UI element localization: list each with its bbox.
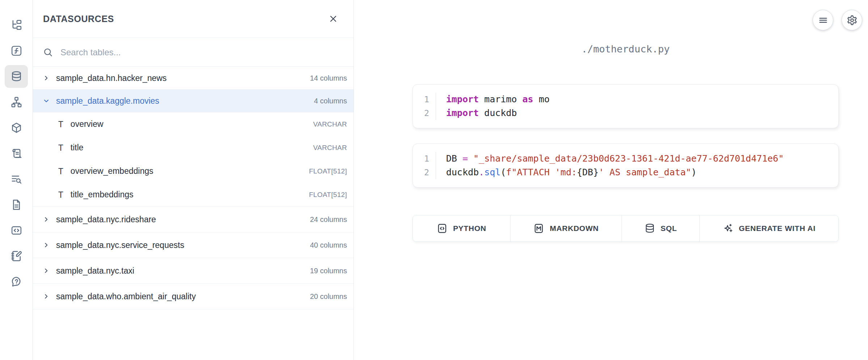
text-type-icon: T xyxy=(58,143,63,153)
table-name: sample_data.nyc.taxi xyxy=(56,266,304,276)
column-type: VARCHAR xyxy=(313,144,347,152)
table-name: sample_data.hn.hacker_news xyxy=(56,73,304,83)
tables-list: sample_data.hn.hacker_news14 columnssamp… xyxy=(33,67,353,360)
rail-item-scroll-outline[interactable] xyxy=(5,142,28,165)
icon-rail xyxy=(0,0,33,360)
table-row[interactable]: sample_data.nyc.rideshare24 columns xyxy=(33,207,353,232)
table-row[interactable]: sample_data.who.ambient_air_quality20 co… xyxy=(33,284,353,309)
chevron-right-icon xyxy=(42,267,50,275)
dependency-graph-icon xyxy=(10,96,22,108)
add-cell-generate-with-ai-button[interactable]: GENERATE WITH AI xyxy=(700,215,838,241)
column-name: overview xyxy=(71,119,306,129)
table-name: sample_data.nyc.service_requests xyxy=(56,240,304,250)
search-input[interactable] xyxy=(60,47,343,57)
code-line: 2duckdb.sql(f"ATTACH 'md:{DB}' AS sample… xyxy=(413,166,838,179)
hamburger-icon xyxy=(818,15,829,26)
search-icon xyxy=(43,47,53,57)
rail-item-dependency-graph[interactable] xyxy=(5,91,28,113)
add-cell-button-label: MARKDOWN xyxy=(550,224,598,233)
add-cell-button-label: GENERATE WITH AI xyxy=(739,224,816,233)
scratchpad-icon xyxy=(10,250,22,262)
markdown-icon xyxy=(533,223,544,234)
table-column-count: 14 columns xyxy=(310,74,347,82)
table-row[interactable]: sample_data.nyc.taxi19 columns xyxy=(33,258,353,284)
rail-item-function-square[interactable] xyxy=(5,39,28,62)
chevron-right-icon xyxy=(42,215,50,223)
function-square-icon xyxy=(10,45,22,57)
topbar-actions xyxy=(813,10,862,30)
column-row[interactable]: TtitleVARCHAR xyxy=(33,136,353,159)
column-row[interactable]: ToverviewVARCHAR xyxy=(33,112,353,136)
add-cell-sql-button[interactable]: SQL xyxy=(622,215,700,241)
column-row[interactable]: Toverview_embeddingsFLOAT[512] xyxy=(33,159,353,183)
code-text: import duckdb xyxy=(436,106,517,120)
panel-header: DATASOURCES xyxy=(33,0,353,38)
add-cell-markdown-button[interactable]: MARKDOWN xyxy=(511,215,622,241)
table-row[interactable]: sample_data.nyc.service_requests40 colum… xyxy=(33,232,353,258)
sparkles-icon xyxy=(723,223,733,234)
rail-item-database[interactable] xyxy=(5,65,28,88)
rail-item-file-tree[interactable] xyxy=(5,14,28,37)
text-type-icon: T xyxy=(58,120,63,129)
rail-item-help-chat[interactable] xyxy=(5,270,28,293)
table-column-count: 40 columns xyxy=(310,241,347,249)
rail-item-package-box[interactable] xyxy=(5,116,28,139)
cells-container: 1import marimo as mo2import duckdb1DB = … xyxy=(412,55,839,188)
rail-item-scratchpad[interactable] xyxy=(5,245,28,267)
chevron-right-icon xyxy=(42,74,50,82)
datasources-panel: DATASOURCES sample_data.hn.hacker_news14… xyxy=(33,0,354,360)
scroll-outline-icon xyxy=(10,147,22,159)
text-type-icon: T xyxy=(58,167,63,176)
rail-item-list-search[interactable] xyxy=(5,168,28,190)
add-cell-bar: PYTHONMARKDOWNSQLGENERATE WITH AI xyxy=(412,215,839,242)
column-type: FLOAT[512] xyxy=(309,167,347,175)
rail-item-document[interactable] xyxy=(5,193,28,216)
chevron-right-icon xyxy=(42,292,50,300)
add-cell-button-label: PYTHON xyxy=(453,224,486,233)
code-square-icon xyxy=(437,223,448,234)
code-snippet-icon xyxy=(10,224,22,236)
code-text: import marimo as mo xyxy=(436,93,550,106)
code-line: 1import marimo as mo xyxy=(413,93,838,106)
settings-button[interactable] xyxy=(842,10,862,30)
text-type-icon: T xyxy=(58,190,63,200)
column-type: FLOAT[512] xyxy=(309,191,347,199)
column-name: title_embeddings xyxy=(71,190,302,200)
table-name: sample_data.who.ambient_air_quality xyxy=(56,292,304,301)
panel-title: DATASOURCES xyxy=(43,14,114,24)
notebook-filename: ./motherduck.py xyxy=(412,43,839,55)
line-number: 2 xyxy=(413,166,436,179)
file-tree-icon xyxy=(10,19,22,31)
column-name: title xyxy=(71,143,306,153)
code-text: DB = "_share/sample_data/23b0d623-1361-4… xyxy=(436,152,784,166)
close-icon xyxy=(328,14,338,24)
list-search-icon xyxy=(10,173,22,185)
table-row[interactable]: sample_data.hn.hacker_news14 columns xyxy=(33,67,353,90)
table-column-count: 4 columns xyxy=(314,97,347,105)
help-chat-icon xyxy=(10,276,22,288)
database-icon xyxy=(10,70,22,82)
notebook-main: ./motherduck.py 1import marimo as mo2imp… xyxy=(354,0,868,360)
table-column-count: 20 columns xyxy=(310,292,347,301)
add-cell-button-label: SQL xyxy=(661,224,677,233)
close-panel-button[interactable] xyxy=(328,14,338,24)
notebook-document: ./motherduck.py 1import marimo as mo2imp… xyxy=(412,0,839,242)
code-cell[interactable]: 1DB = "_share/sample_data/23b0d623-1361-… xyxy=(412,143,839,188)
gear-icon xyxy=(847,15,858,26)
rail-item-code-snippet[interactable] xyxy=(5,219,28,242)
database-icon xyxy=(644,223,655,234)
menu-button[interactable] xyxy=(813,10,833,30)
column-type: VARCHAR xyxy=(313,120,347,128)
table-name: sample_data.nyc.rideshare xyxy=(56,215,304,224)
add-cell-python-button[interactable]: PYTHON xyxy=(413,215,511,241)
column-row[interactable]: Ttitle_embeddingsFLOAT[512] xyxy=(33,183,353,206)
code-cell[interactable]: 1import marimo as mo2import duckdb xyxy=(412,84,839,128)
search-row xyxy=(33,38,353,67)
chevron-right-icon xyxy=(42,241,50,249)
table-row[interactable]: sample_data.kaggle.movies4 columns xyxy=(33,90,353,112)
column-name: overview_embeddings xyxy=(71,166,302,176)
table-columns-group: ToverviewVARCHARTtitleVARCHARToverview_e… xyxy=(33,112,353,207)
line-number: 2 xyxy=(413,106,436,120)
code-line: 1DB = "_share/sample_data/23b0d623-1361-… xyxy=(413,152,838,166)
code-line: 2import duckdb xyxy=(413,106,838,120)
